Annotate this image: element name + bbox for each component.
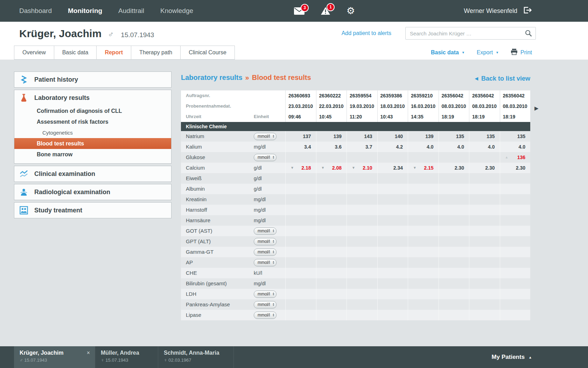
- auftragsnr-label: Auftragsnr.: [181, 90, 285, 101]
- patient-tab-m-ller-andrea[interactable]: Müller, Andrea♀ 15.07.1943: [95, 346, 158, 368]
- row-label: Harnsäure: [181, 215, 254, 226]
- value-cell: [500, 236, 531, 247]
- sidebar-item-blood-test-results[interactable]: Blood test results: [14, 138, 171, 149]
- table-row: CHEkU/l: [181, 268, 530, 278]
- value-cell: [469, 152, 500, 163]
- alert-icon[interactable]: 1: [321, 7, 330, 15]
- sample-date: 08.03.2010: [469, 101, 500, 111]
- row-unit: mmol/l▲▼: [254, 152, 285, 163]
- export-dropdown[interactable]: Export ▼: [477, 49, 499, 56]
- row-unit: mmol/l▲▼: [254, 289, 285, 299]
- export-label: Export: [477, 49, 493, 56]
- sidebar-item-study-treatment[interactable]: Study treatment: [14, 203, 171, 218]
- back-to-list-link[interactable]: ◀ Back to list view: [475, 75, 530, 82]
- unit-select[interactable]: mmol/l▲▼: [254, 154, 276, 161]
- sidebar-label: Laboratory results: [34, 94, 90, 102]
- patient-tab-dob: ♀ 15.07.1943: [101, 357, 144, 363]
- value-cell: [377, 299, 408, 310]
- value-cell: [500, 173, 531, 184]
- unit-select[interactable]: mmol/l▲▼: [254, 133, 276, 140]
- value-cell: [408, 152, 439, 163]
- row-unit: g/dl: [254, 184, 285, 194]
- mail-badge: 3: [301, 4, 309, 12]
- report-sidebar: Patient history Laboratory results Cofir…: [14, 71, 172, 218]
- sidebar-item-laboratory-results[interactable]: Laboratory results: [14, 90, 171, 105]
- arrow-down-icon: ▼: [321, 163, 325, 173]
- value-cell: [285, 268, 316, 278]
- gear-icon[interactable]: ⚙: [346, 6, 355, 16]
- unit-select[interactable]: mmol/l▲▼: [254, 312, 276, 319]
- einheit-label: Einheit: [254, 111, 285, 122]
- row-unit: mg/dl: [254, 142, 285, 152]
- tab-report[interactable]: Report: [96, 46, 131, 60]
- unit-select[interactable]: mmol/l▲▼: [254, 248, 276, 256]
- value-cell: [377, 257, 408, 268]
- value-cell: [439, 226, 469, 236]
- male-gender-icon: ♂: [108, 30, 114, 39]
- nav-item-knowledge[interactable]: Knowledge: [160, 7, 193, 15]
- search-input[interactable]: [409, 30, 525, 37]
- breadcrumb-parent[interactable]: Laboratory results: [181, 74, 243, 81]
- value-cell: [377, 289, 408, 299]
- order-number: 26356042: [439, 90, 469, 101]
- value-cell: [285, 194, 316, 205]
- sidebar-item-cytogenetics[interactable]: Cytogenetics: [14, 127, 171, 138]
- tab-overview[interactable]: Overview: [14, 46, 54, 60]
- sidebar-item-radiological-examination[interactable]: Radiological examination: [14, 184, 171, 200]
- table-row: Pankreas-Amylasemmol/l▲▼: [181, 299, 530, 310]
- row-unit: mmol/l▲▼: [254, 131, 285, 142]
- unit-select[interactable]: mmol/l▲▼: [254, 238, 276, 245]
- mail-icon[interactable]: 3: [294, 7, 304, 15]
- value-cell: [439, 173, 469, 184]
- logout-icon[interactable]: [523, 6, 532, 16]
- tab-clinical-course[interactable]: Clinical Course: [180, 46, 235, 60]
- patient-tab-schmidt-anna-maria[interactable]: Schmidt, Anna-Maria♀ 02.03.1967: [158, 346, 234, 368]
- sidebar-label: Clinical examination: [34, 170, 95, 178]
- print-label: Print: [520, 49, 532, 56]
- value-cell: [500, 184, 531, 194]
- value-cell: [285, 299, 316, 310]
- nav-item-dashboard[interactable]: Dashboard: [19, 7, 52, 15]
- my-patients-label: My Patients: [492, 354, 525, 361]
- close-icon[interactable]: ×: [87, 350, 90, 356]
- unit-value: mmol/l: [258, 302, 270, 307]
- value-cell: 4.0: [500, 142, 531, 152]
- value-cell: [377, 236, 408, 247]
- print-button[interactable]: Print: [511, 49, 532, 56]
- sidebar-item-cofirmation-of-diagnosis-of-cll[interactable]: Cofirmation of diagnosis of CLL: [14, 105, 171, 116]
- value-cell: [316, 215, 347, 226]
- search-icon[interactable]: [525, 30, 532, 37]
- sidebar-item-patient-history[interactable]: Patient history: [14, 72, 171, 87]
- patient-tab-name: Schmidt, Anna-Maria: [164, 350, 219, 356]
- value-cell: [439, 194, 469, 205]
- tab-therapy-path[interactable]: Therapy path: [131, 46, 181, 60]
- row-label: GOT (AST): [181, 226, 254, 236]
- basic-data-dropdown[interactable]: Basic data ▼: [431, 49, 465, 56]
- user-menu[interactable]: Werner Wiesenfeld: [464, 0, 532, 22]
- nav-item-audittrail[interactable]: Audittrail: [118, 7, 144, 15]
- unit-select[interactable]: mmol/l▲▼: [254, 291, 276, 298]
- table-row: GPT (ALT)mmol/l▲▼: [181, 236, 530, 247]
- open-patient-tabs: Krüger, Joachim×♂ 15.07.1943Müller, Andr…: [14, 346, 234, 368]
- nav-item-monitoring[interactable]: Monitoring: [68, 7, 102, 15]
- unit-value: mmol/l: [258, 260, 270, 265]
- sidebar-item-clinical-examination[interactable]: Clinical examination: [14, 166, 171, 182]
- sidebar-item-bone-marrow[interactable]: Bone marrow: [14, 149, 171, 160]
- value-cell: [285, 152, 316, 163]
- sidebar-item-assessment-of-risk-factors[interactable]: Assessment of risk factors: [14, 116, 171, 127]
- unit-select[interactable]: mmol/l▲▼: [254, 301, 276, 308]
- value-cell: [500, 310, 531, 320]
- value-cell: [285, 236, 316, 247]
- next-columns-arrow[interactable]: ▶: [534, 105, 539, 111]
- value-cell: ▼2.15: [408, 163, 439, 173]
- sample-time: 18:19: [500, 111, 531, 122]
- my-patients-toggle[interactable]: My Patients ▲: [492, 346, 532, 368]
- unit-select[interactable]: mmol/l▲▼: [254, 227, 276, 235]
- unit-value: mg/dl: [254, 197, 266, 202]
- tab-bar: OverviewBasic dataReportTherapy pathClin…: [0, 46, 588, 60]
- add-patient-to-alerts-link[interactable]: Add patient to alerts: [342, 30, 391, 36]
- sidebar-label: Radiological examination: [34, 189, 110, 196]
- patient-tab-kr-ger-joachim[interactable]: Krüger, Joachim×♂ 15.07.1943: [14, 346, 95, 368]
- unit-select[interactable]: mmol/l▲▼: [254, 259, 276, 266]
- tab-basic-data[interactable]: Basic data: [54, 46, 97, 60]
